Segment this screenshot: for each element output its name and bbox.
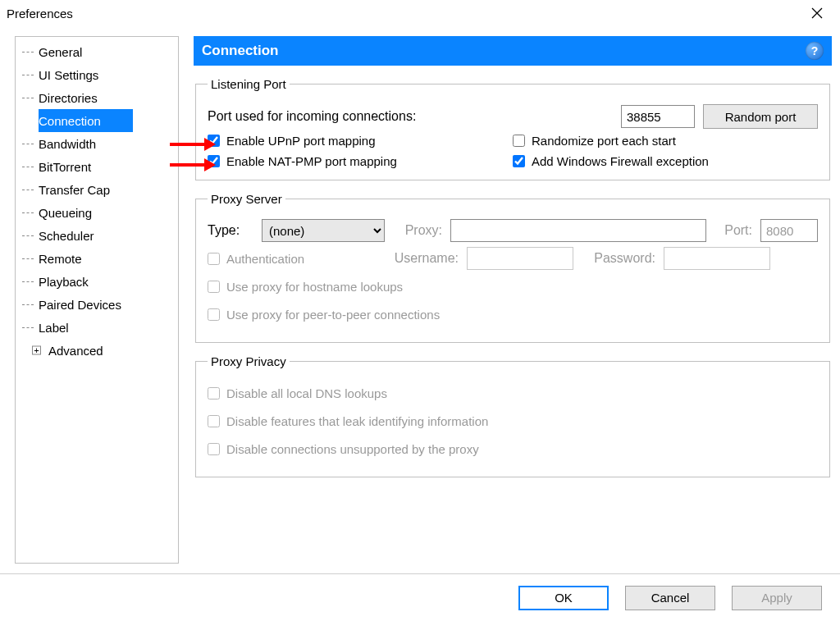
sidebar-item-ui-settings[interactable]: UI Settings [16, 63, 178, 86]
proxy-type-label: Type: [208, 223, 253, 238]
annotation-arrow-icon [170, 139, 216, 150]
disable-dns-checkbox[interactable]: Disable all local DNS lookups [208, 386, 387, 400]
sidebar-item-scheduler[interactable]: Scheduler [16, 224, 178, 247]
random-port-button[interactable]: Random port [703, 104, 818, 129]
proxy-username-input[interactable] [467, 247, 573, 270]
title-bar: Preferences [0, 0, 840, 26]
help-icon[interactable]: ? [806, 42, 824, 60]
ok-button[interactable]: OK [518, 586, 609, 610]
sidebar-item-directories[interactable]: Directories [16, 86, 178, 109]
natpmp-checkbox[interactable]: Enable NAT-PMP port mapping [208, 154, 513, 168]
dialog-buttons: OK Cancel Apply [0, 573, 840, 621]
proxy-port-label: Port: [714, 223, 752, 238]
listening-port-group: Listening Port Port used for incoming co… [195, 77, 830, 180]
proxy-server-legend: Proxy Server [208, 192, 285, 206]
window-title: Preferences [7, 7, 73, 21]
close-icon [811, 7, 823, 19]
sidebar-item-label[interactable]: Label [16, 316, 178, 339]
sidebar-item-advanced[interactable]: +Advanced [16, 339, 178, 362]
preferences-tree: General UI Settings Directories Connecti… [15, 36, 179, 564]
randomize-port-checkbox[interactable]: Randomize port each start [513, 134, 818, 148]
close-button[interactable] [801, 2, 833, 25]
sidebar-item-general[interactable]: General [16, 40, 178, 63]
proxy-username-label: Username: [385, 251, 459, 266]
sidebar-item-bittorrent[interactable]: BitTorrent [16, 155, 178, 178]
settings-panel: Connection ? Listening Port Port used fo… [194, 36, 832, 564]
sidebar-item-remote[interactable]: Remote [16, 247, 178, 270]
upnp-checkbox[interactable]: Enable UPnP port mapping [208, 134, 513, 148]
sidebar-item-transfer-cap[interactable]: Transfer Cap [16, 178, 178, 201]
proxy-password-input[interactable] [664, 247, 770, 270]
proxy-privacy-group: Proxy Privacy Disable all local DNS look… [195, 354, 830, 477]
sidebar-item-paired-devices[interactable]: Paired Devices [16, 293, 178, 316]
proxy-port-input[interactable] [760, 219, 818, 242]
proxy-hostname-lookups-checkbox[interactable]: Use proxy for hostname lookups [208, 280, 403, 294]
apply-button[interactable]: Apply [732, 586, 822, 610]
expand-icon[interactable]: + [32, 346, 41, 355]
proxy-type-select[interactable]: (none) [262, 219, 385, 242]
proxy-auth-checkbox[interactable]: Authentication [208, 252, 377, 266]
proxy-password-label: Password: [582, 251, 655, 266]
proxy-server-group: Proxy Server Type: (none) Proxy: Port: A… [195, 192, 830, 343]
panel-header: Connection ? [194, 36, 832, 66]
proxy-host-input[interactable] [450, 219, 706, 242]
port-label: Port used for incoming connections: [208, 109, 613, 124]
disable-unsupported-connections-checkbox[interactable]: Disable connections unsupported by the p… [208, 442, 479, 456]
firewall-exception-checkbox[interactable]: Add Windows Firewall exception [513, 154, 818, 168]
disable-leak-features-checkbox[interactable]: Disable features that leak identifying i… [208, 414, 488, 428]
proxy-host-label: Proxy: [393, 223, 442, 238]
proxy-privacy-legend: Proxy Privacy [208, 354, 290, 368]
sidebar-item-connection[interactable]: Connection [39, 109, 133, 132]
sidebar-item-bandwidth[interactable]: Bandwidth [16, 132, 178, 155]
cancel-button[interactable]: Cancel [625, 586, 715, 610]
port-input[interactable] [621, 105, 695, 128]
sidebar-item-queueing[interactable]: Queueing [16, 201, 178, 224]
annotation-arrow-icon [170, 159, 216, 171]
panel-title: Connection [202, 43, 279, 59]
proxy-p2p-checkbox[interactable]: Use proxy for peer-to-peer connections [208, 308, 440, 322]
sidebar-item-playback[interactable]: Playback [16, 270, 178, 293]
listening-port-legend: Listening Port [208, 77, 290, 91]
